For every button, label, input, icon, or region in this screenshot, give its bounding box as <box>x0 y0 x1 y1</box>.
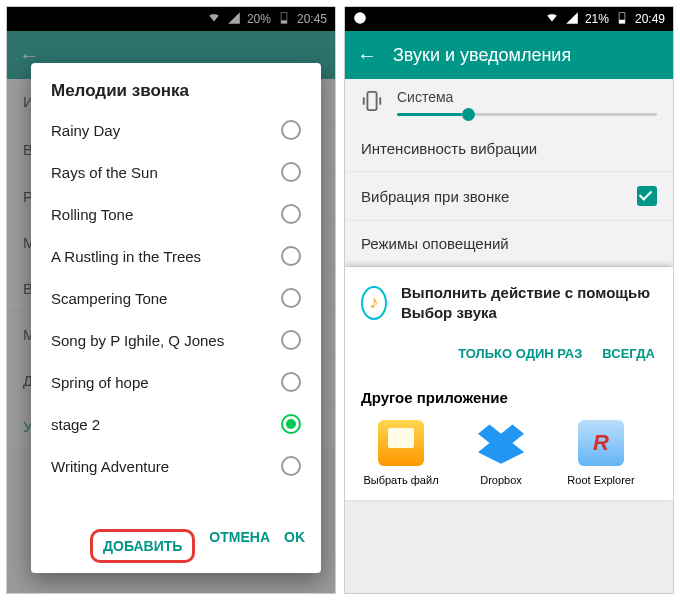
row-label: Вибрация при звонке <box>361 188 509 205</box>
svg-rect-4 <box>619 19 625 23</box>
battery-icon <box>615 11 629 28</box>
ringtone-item[interactable]: Rays of the Sun <box>31 151 321 193</box>
notification-modes-row[interactable]: Режимы оповещений <box>345 221 673 267</box>
music-note-icon: ♪ <box>361 286 387 320</box>
vibrate-on-call-row[interactable]: Вибрация при звонке <box>345 172 673 221</box>
radio-icon[interactable] <box>281 414 301 434</box>
right-phone: 21% 20:49 ← Звуки и уведомления Система … <box>344 6 674 594</box>
app-dropbox[interactable]: Dropbox <box>461 420 541 486</box>
ringtone-label: Writing Adventure <box>51 458 169 475</box>
app-file[interactable]: Выбрать файл <box>361 420 441 486</box>
cancel-button[interactable]: ОТМЕНА <box>209 529 270 563</box>
ok-button[interactable]: OK <box>284 529 305 563</box>
ringtone-item[interactable]: Scampering Tone <box>31 277 321 319</box>
radio-icon[interactable] <box>281 372 301 392</box>
ringtone-item[interactable]: Spring of hope <box>31 361 321 403</box>
ringtone-item[interactable]: Rolling Tone <box>31 193 321 235</box>
root-icon <box>578 420 624 466</box>
ringtone-item[interactable]: A Rustling in the Trees <box>31 235 321 277</box>
settings-content: Система Интенсивность вибрации Вибрация … <box>345 79 673 267</box>
ringtone-list[interactable]: Rainy DayRays of the SunRolling ToneA Ru… <box>31 109 321 519</box>
radio-icon[interactable] <box>281 246 301 266</box>
app-label: Root Explorer <box>567 474 634 486</box>
ringtone-dialog: Мелодии звонка Rainy DayRays of the SunR… <box>31 63 321 573</box>
ringtone-label: Rainy Day <box>51 122 120 139</box>
dropbox-icon <box>478 420 524 466</box>
system-volume-slider[interactable] <box>397 113 657 116</box>
spotify-icon <box>353 11 367 28</box>
back-icon[interactable]: ← <box>357 44 377 67</box>
phone-vibrate-icon <box>361 90 383 116</box>
ringtone-item[interactable]: stage 2 <box>31 403 321 445</box>
app-label: Выбрать файл <box>363 474 438 486</box>
checkbox-icon[interactable] <box>637 186 657 206</box>
radio-icon[interactable] <box>281 330 301 350</box>
ringtone-item[interactable]: Writing Adventure <box>31 445 321 487</box>
radio-icon[interactable] <box>281 288 301 308</box>
page-title: Звуки и уведомления <box>393 45 571 66</box>
svg-point-2 <box>354 12 366 24</box>
dialog-title: Мелодии звонка <box>31 63 321 109</box>
system-label: Система <box>397 89 657 105</box>
chooser-title: Выполнить действие с помощью Выбор звука <box>401 283 657 322</box>
clock: 20:49 <box>635 12 665 26</box>
ringtone-item[interactable]: Song by P Ighile, Q Jones <box>31 319 321 361</box>
ringtone-label: stage 2 <box>51 416 100 433</box>
wifi-icon <box>545 11 559 28</box>
add-button[interactable]: ДОБАВИТЬ <box>90 529 195 563</box>
other-apps-list: Выбрать файлDropboxRoot Explorer <box>361 420 657 486</box>
radio-icon[interactable] <box>281 456 301 476</box>
row-label: Режимы оповещений <box>361 235 509 252</box>
system-volume-row: Система <box>345 79 673 126</box>
battery-text: 21% <box>585 12 609 26</box>
status-bar: 21% 20:49 <box>345 7 673 31</box>
ringtone-label: Song by P Ighile, Q Jones <box>51 332 224 349</box>
ringtone-label: A Rustling in the Trees <box>51 248 201 265</box>
vibration-intensity-row[interactable]: Интенсивность вибрации <box>345 126 673 172</box>
ringtone-label: Rolling Tone <box>51 206 133 223</box>
app-root[interactable]: Root Explorer <box>561 420 641 486</box>
ringtone-item[interactable]: Rainy Day <box>31 109 321 151</box>
left-phone: 20% 20:45 ← И В Р М В М Д Уведомление Ме… <box>6 6 336 594</box>
svg-rect-5 <box>367 91 376 109</box>
ringtone-label: Rays of the Sun <box>51 164 158 181</box>
action-chooser: ♪ Выполнить действие с помощью Выбор зву… <box>345 267 673 500</box>
ringtone-label: Spring of hope <box>51 374 149 391</box>
always-button[interactable]: ВСЕГДА <box>602 346 655 361</box>
radio-icon[interactable] <box>281 204 301 224</box>
radio-icon[interactable] <box>281 120 301 140</box>
other-apps-title: Другое приложение <box>361 389 657 406</box>
app-label: Dropbox <box>480 474 522 486</box>
just-once-button[interactable]: ТОЛЬКО ОДИН РАЗ <box>458 346 582 361</box>
radio-icon[interactable] <box>281 162 301 182</box>
signal-icon <box>565 11 579 28</box>
action-bar: ← Звуки и уведомления <box>345 31 673 79</box>
row-label: Интенсивность вибрации <box>361 140 537 157</box>
ringtone-label: Scampering Tone <box>51 290 167 307</box>
file-icon <box>378 420 424 466</box>
dialog-buttons: ДОБАВИТЬ ОТМЕНА OK <box>31 519 321 573</box>
